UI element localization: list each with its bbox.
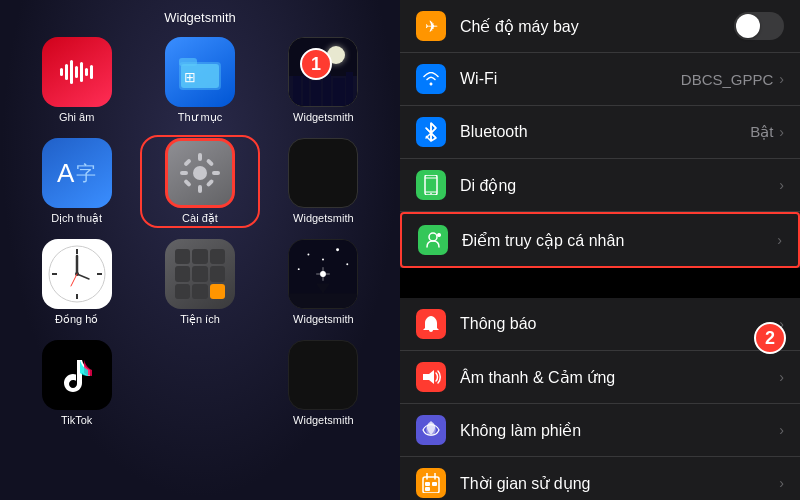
svg-point-32 bbox=[298, 268, 300, 270]
app-item-tiktok[interactable]: TikTok bbox=[20, 340, 133, 426]
app-grid: Ghi âm ⊞ Thư mục bbox=[10, 37, 390, 426]
settings-label-thoi-gian: Thời gian sử dụng bbox=[460, 474, 779, 493]
app-icon-dong-ho bbox=[42, 239, 112, 309]
svg-rect-57 bbox=[425, 482, 430, 486]
svg-rect-9 bbox=[346, 72, 353, 106]
settings-list: ✈ Chế độ máy bay Wi-Fi DBCS_GPPC › bbox=[400, 0, 800, 500]
settings-value-bluetooth: Bật bbox=[750, 123, 773, 141]
settings-item-airplane[interactable]: ✈ Chế độ máy bay bbox=[400, 0, 800, 53]
settings-icon-thoi-gian bbox=[416, 468, 446, 498]
left-panel-title: Widgetsmith bbox=[164, 10, 236, 25]
svg-point-30 bbox=[336, 248, 339, 251]
app-icon-tien-ich bbox=[165, 239, 235, 309]
svg-point-49 bbox=[429, 233, 437, 241]
app-icon-widgetsmith-2 bbox=[288, 138, 358, 208]
chevron-khong-lam-phien: › bbox=[779, 422, 784, 438]
svg-rect-13 bbox=[180, 171, 188, 175]
app-item-dich-thuat[interactable]: A 字 Dịch thuật bbox=[20, 138, 133, 225]
app-item-widgetsmith-2[interactable]: Widgetsmith bbox=[267, 138, 380, 225]
app-icon-dich-thuat: A 字 bbox=[42, 138, 112, 208]
section-divider bbox=[400, 268, 800, 298]
settings-icon-khong-lam-phien bbox=[416, 415, 446, 445]
app-icon-ghi-am bbox=[42, 37, 112, 107]
settings-label-thong-bao: Thông báo bbox=[460, 315, 779, 333]
chevron-thoi-gian: › bbox=[779, 475, 784, 491]
toggle-airplane[interactable] bbox=[734, 12, 784, 40]
svg-rect-11 bbox=[198, 153, 202, 161]
settings-label-airplane: Chế độ máy bay bbox=[460, 17, 734, 36]
settings-icon-di-dong bbox=[416, 170, 446, 200]
svg-point-33 bbox=[347, 263, 349, 265]
svg-point-31 bbox=[322, 258, 324, 260]
settings-icon-bluetooth bbox=[416, 117, 446, 147]
settings-icon-airplane: ✈ bbox=[416, 11, 446, 41]
svg-point-29 bbox=[308, 254, 310, 256]
settings-label-diem-truy-cap: Điểm truy cập cá nhân bbox=[462, 231, 777, 250]
settings-item-thong-bao[interactable]: Thông báo › bbox=[400, 298, 800, 351]
app-icon-thu-muc: ⊞ bbox=[165, 37, 235, 107]
chevron-am-thanh: › bbox=[779, 369, 784, 385]
svg-rect-12 bbox=[198, 185, 202, 193]
app-label-widgetsmith-2: Widgetsmith bbox=[293, 212, 354, 224]
svg-rect-59 bbox=[432, 482, 437, 486]
chevron-diem-truy-cap: › bbox=[777, 232, 782, 248]
app-label-cai-dat: Cài đặt bbox=[182, 212, 218, 225]
settings-item-am-thanh[interactable]: Âm thanh & Cảm ứng › bbox=[400, 351, 800, 404]
settings-icon-am-thanh bbox=[416, 362, 446, 392]
app-label-widgetsmith-3: Widgetsmith bbox=[293, 313, 354, 325]
app-item-widgetsmith-3[interactable]: Widgetsmith bbox=[267, 239, 380, 326]
app-item-cai-dat[interactable]: Cài đặt bbox=[143, 138, 256, 225]
app-icon-tiktok bbox=[42, 340, 112, 410]
app-item-empty bbox=[143, 340, 256, 426]
app-item-dong-ho[interactable]: Đồng hồ bbox=[20, 239, 133, 326]
settings-value-wifi: DBCS_GPPC bbox=[681, 71, 774, 88]
app-icon-widgetsmith-4 bbox=[288, 340, 358, 410]
svg-rect-58 bbox=[425, 487, 430, 491]
app-icon-cai-dat bbox=[165, 138, 235, 208]
app-item-tien-ich[interactable]: Tiện ích bbox=[143, 239, 256, 326]
svg-text:⊞: ⊞ bbox=[184, 69, 196, 85]
app-item-widgetsmith-4[interactable]: Widgetsmith bbox=[267, 340, 380, 426]
svg-marker-53 bbox=[423, 370, 434, 384]
svg-rect-16 bbox=[206, 158, 214, 166]
settings-item-thoi-gian[interactable]: Thời gian sử dụng › bbox=[400, 457, 800, 500]
settings-item-bluetooth[interactable]: Bluetooth Bật › bbox=[400, 106, 800, 159]
right-panel: ✈ Chế độ máy bay Wi-Fi DBCS_GPPC › bbox=[400, 0, 800, 500]
step-badge-1: 1 bbox=[300, 48, 332, 80]
settings-label-bluetooth: Bluetooth bbox=[460, 123, 750, 141]
settings-icon-thong-bao bbox=[416, 309, 446, 339]
settings-label-am-thanh: Âm thanh & Cảm ứng bbox=[460, 368, 779, 387]
chevron-wifi: › bbox=[779, 71, 784, 87]
app-label-dong-ho: Đồng hồ bbox=[55, 313, 98, 326]
svg-rect-17 bbox=[183, 179, 191, 187]
svg-rect-15 bbox=[183, 158, 191, 166]
svg-rect-6 bbox=[311, 81, 321, 106]
settings-label-khong-lam-phien: Không làm phiền bbox=[460, 421, 779, 440]
settings-item-diem-truy-cap[interactable]: Điểm truy cập cá nhân › bbox=[400, 212, 800, 268]
settings-icon-wifi bbox=[416, 64, 446, 94]
step-badge-2: 2 bbox=[754, 322, 786, 354]
settings-icon-diem-truy-cap bbox=[418, 225, 448, 255]
app-label-widgetsmith-4: Widgetsmith bbox=[293, 414, 354, 426]
app-item-ghi-am[interactable]: Ghi âm bbox=[20, 37, 133, 124]
settings-item-wifi[interactable]: Wi-Fi DBCS_GPPC › bbox=[400, 53, 800, 106]
app-label-tien-ich: Tiện ích bbox=[180, 313, 220, 326]
settings-item-di-dong[interactable]: Di động › bbox=[400, 159, 800, 212]
app-label-thu-muc: Thư mục bbox=[178, 111, 223, 124]
chevron-bluetooth: › bbox=[779, 124, 784, 140]
svg-rect-4 bbox=[293, 76, 301, 106]
app-item-thu-muc[interactable]: ⊞ Thư mục bbox=[143, 37, 256, 124]
svg-rect-14 bbox=[212, 171, 220, 175]
settings-label-di-dong: Di động bbox=[460, 176, 779, 195]
app-icon-widgetsmith-3 bbox=[288, 239, 358, 309]
svg-point-10 bbox=[193, 166, 207, 180]
toggle-airplane-switch[interactable] bbox=[734, 12, 784, 40]
svg-point-48 bbox=[430, 193, 432, 195]
svg-rect-8 bbox=[333, 78, 345, 106]
app-label-dich-thuat: Dịch thuật bbox=[51, 212, 102, 225]
settings-label-wifi: Wi-Fi bbox=[460, 70, 681, 88]
chevron-di-dong: › bbox=[779, 177, 784, 193]
app-label-tiktok: TikTok bbox=[61, 414, 92, 426]
svg-rect-37 bbox=[289, 293, 357, 308]
settings-item-khong-lam-phien[interactable]: Không làm phiền › bbox=[400, 404, 800, 457]
